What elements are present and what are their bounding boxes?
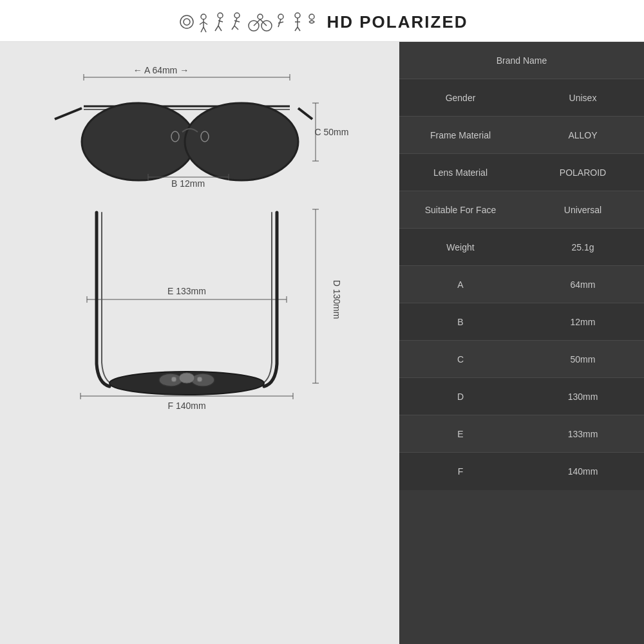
svg-line-4 [200, 22, 204, 24]
svg-line-11 [215, 26, 218, 31]
svg-point-42 [82, 103, 195, 180]
svg-line-5 [204, 22, 207, 24]
svg-line-14 [234, 18, 237, 26]
spec-value: Universal [522, 200, 644, 220]
spec-label: Brand Name [399, 50, 644, 71]
spec-value: 12mm [522, 312, 644, 332]
svg-point-66 [191, 374, 214, 386]
svg-point-31 [309, 14, 314, 19]
svg-text:F 140mm: F 140mm [167, 401, 205, 411]
spec-value: 25.1g [522, 237, 644, 258]
svg-line-45 [298, 108, 312, 119]
spec-label: Lens Material [399, 162, 522, 183]
spec-label: A [399, 274, 522, 295]
svg-point-68 [171, 377, 176, 382]
spec-label: C [399, 349, 522, 370]
svg-line-16 [232, 26, 234, 30]
svg-text:← A 64mm →: ← A 64mm → [133, 65, 189, 75]
svg-point-2 [201, 14, 206, 19]
spec-row-lens-material: Lens MaterialPOLAROID [399, 154, 644, 191]
svg-line-6 [201, 27, 204, 32]
glasses-side-view: D 130mm E 133mm F 140mm [19, 196, 380, 415]
spec-value: 130mm [522, 386, 644, 407]
header-icons [176, 12, 318, 32]
spec-label: Suitable For Face [399, 200, 522, 220]
page-wrapper: HD POLARIZED ← A 64mm → C 50mm [0, 0, 644, 644]
svg-line-44 [55, 108, 82, 119]
specs-table: Brand NameGenderUnisexFrame MaterialALLO… [399, 42, 644, 644]
header: HD POLARIZED [0, 0, 644, 42]
svg-line-7 [204, 27, 206, 32]
spec-label: Gender [399, 88, 522, 108]
spec-row-b: B12mm [399, 303, 644, 341]
spec-row-gender: GenderUnisex [399, 79, 644, 117]
svg-point-65 [159, 374, 182, 386]
svg-point-0 [180, 15, 193, 28]
svg-text:B 12mm: B 12mm [171, 178, 205, 189]
spec-label: F [399, 461, 522, 482]
svg-point-26 [295, 13, 300, 18]
svg-point-13 [234, 13, 240, 18]
spec-value: 140mm [522, 461, 644, 482]
spec-row-a: A64mm [399, 266, 644, 303]
svg-line-25 [278, 22, 283, 23]
svg-point-69 [197, 377, 202, 382]
svg-line-12 [218, 26, 222, 31]
spec-value: 50mm [522, 349, 644, 370]
svg-point-67 [179, 373, 194, 383]
spec-row-c: C50mm [399, 341, 644, 378]
svg-line-29 [295, 27, 298, 31]
svg-line-9 [218, 18, 220, 26]
svg-line-17 [234, 26, 238, 30]
spec-label: Frame Material [399, 125, 522, 146]
left-panel: ← A 64mm → C 50mm [0, 42, 399, 644]
spec-row-suitable-for-face: Suitable For FaceUniversal [399, 191, 644, 229]
header-title: HD POLARIZED [327, 12, 468, 32]
spec-value: POLAROID [522, 162, 644, 183]
svg-text:E 133mm: E 133mm [167, 286, 206, 296]
spec-value: 133mm [522, 424, 644, 444]
glasses-front-view: ← A 64mm → C 50mm [19, 55, 380, 196]
svg-point-1 [184, 19, 190, 25]
main-content: ← A 64mm → C 50mm [0, 42, 644, 644]
spec-row-e: E133mm [399, 415, 644, 453]
svg-point-20 [258, 14, 263, 19]
svg-line-30 [298, 27, 300, 31]
svg-line-15 [234, 21, 240, 22]
spec-value: ALLOY [522, 125, 644, 146]
spec-row-weight: Weight25.1g [399, 229, 644, 266]
spec-label: D [399, 386, 522, 407]
spec-row-d: D130mm [399, 378, 644, 415]
spec-value: 64mm [522, 274, 644, 295]
svg-text:C 50mm: C 50mm [315, 127, 349, 137]
spec-label: E [399, 424, 522, 444]
spec-label: Weight [399, 237, 522, 258]
svg-text:D 130mm: D 130mm [332, 280, 342, 319]
svg-point-23 [278, 14, 283, 19]
spec-value: Unisex [522, 88, 644, 108]
spec-row-frame-material: Frame MaterialALLOY [399, 117, 644, 154]
spec-row-brand-name: Brand Name [399, 42, 644, 79]
spec-row-f: F140mm [399, 453, 644, 490]
spec-label: B [399, 312, 522, 332]
svg-point-43 [185, 103, 298, 180]
svg-point-8 [218, 13, 223, 18]
